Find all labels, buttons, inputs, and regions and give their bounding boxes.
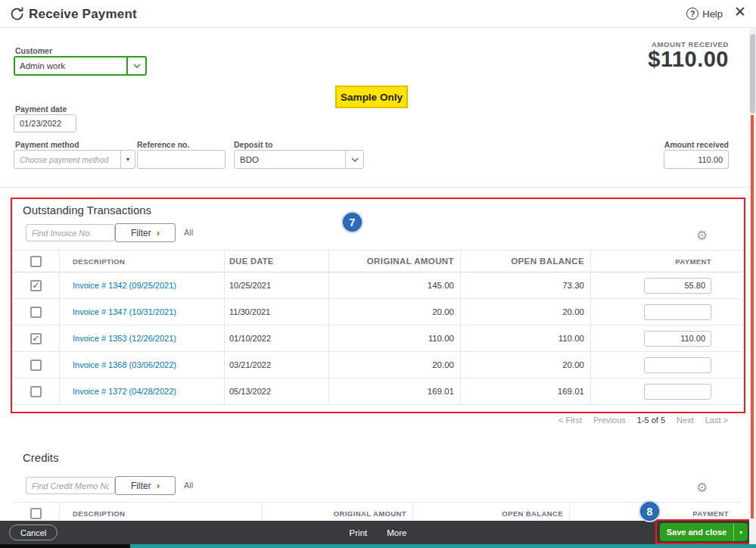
credits-select-all-checkbox[interactable]: ✓ — [30, 508, 42, 519]
payment-input[interactable] — [644, 278, 711, 294]
row-checkbox[interactable]: ✓ — [30, 360, 42, 371]
credits-filter-button[interactable]: Filter › — [115, 476, 176, 495]
help-label: Help — [702, 8, 723, 20]
credits-gear-icon[interactable]: ⚙ — [696, 481, 708, 494]
sample-only-badge: Sample Only — [335, 86, 408, 108]
row-checkbox[interactable]: ✓ — [30, 280, 42, 291]
payment-input[interactable] — [644, 331, 711, 347]
scrollbar-marker — [751, 115, 754, 518]
payment-input[interactable] — [644, 357, 711, 373]
column-original-amount: ORIGINAL AMOUNT — [328, 251, 460, 272]
table-row: ✓ Invoice # 1347 (10/31/2021) 11/30/2021… — [12, 299, 741, 325]
payment-input[interactable] — [644, 304, 711, 320]
outstanding-table: ✓ DESCRIPTION DUE DATE ORIGINAL AMOUNT O… — [12, 250, 741, 405]
customer-label: Customer — [15, 46, 52, 55]
original-amount-cell: 169.01 — [328, 378, 460, 404]
invoice-link[interactable]: Invoice # 1353 (12/26/2021) — [73, 334, 176, 343]
column-due-date: DUE DATE — [224, 251, 328, 272]
vertical-scrollbar[interactable] — [749, 28, 756, 544]
payment-method-dropdown-icon[interactable]: ▾ — [121, 150, 135, 169]
open-balance-cell: 20.00 — [460, 299, 590, 325]
pagination-first[interactable]: < First — [558, 416, 582, 425]
bottom-edge-dark — [0, 544, 130, 548]
save-and-close-button[interactable]: Save and close ▾ — [660, 523, 748, 541]
row-checkbox[interactable]: ✓ — [30, 307, 42, 318]
pagination-last[interactable]: Last > — [705, 416, 728, 425]
pagination-range: 1-5 of 5 — [637, 416, 665, 425]
pagination: < First Previous 1-5 of 5 Next Last > — [558, 416, 728, 425]
original-amount-cell: 20.00 — [328, 299, 460, 325]
original-amount-cell: 145.00 — [328, 272, 460, 298]
pagination-next[interactable]: Next — [677, 416, 694, 425]
payment-date-input[interactable] — [14, 114, 76, 132]
section-divider — [0, 187, 756, 188]
cancel-button[interactable]: Cancel — [9, 525, 58, 540]
print-button[interactable]: Print — [350, 528, 368, 537]
table-row: ✓ Invoice # 1372 (04/28/2022) 05/13/2022… — [12, 378, 741, 405]
deposit-to-select[interactable]: BDO — [234, 150, 364, 169]
payment-date-label: Payment date — [15, 104, 67, 114]
deposit-to-label: Deposit to — [234, 140, 272, 149]
invoice-link[interactable]: Invoice # 1342 (09/25/2021) — [73, 281, 176, 290]
footer-bar: Cancel Print More — [0, 521, 756, 544]
outstanding-gear-icon[interactable]: ⚙ — [696, 229, 708, 242]
select-all-checkbox[interactable]: ✓ — [30, 256, 42, 267]
filter-label: Filter — [131, 481, 151, 491]
help-icon: ? — [686, 8, 698, 20]
payment-input[interactable] — [644, 384, 711, 400]
deposit-to-value: BDO — [235, 151, 345, 168]
due-date-cell: 05/13/2022 — [224, 378, 328, 404]
due-date-cell: 10/25/2021 — [224, 272, 328, 298]
header-bar: Receive Payment ? Help ✕ — [0, 0, 756, 28]
row-checkbox[interactable]: ✓ — [30, 333, 42, 344]
original-amount-cell: 20.00 — [328, 352, 460, 378]
invoice-link[interactable]: Invoice # 1372 (04/28/2022) — [73, 387, 176, 396]
column-open-balance: OPEN BALANCE — [460, 251, 590, 272]
payment-method-combobox[interactable]: Choose payment method ▾ — [14, 150, 135, 169]
page-title: Receive Payment — [29, 7, 137, 22]
open-balance-cell: 110.00 — [460, 325, 590, 351]
close-icon[interactable]: ✕ — [734, 5, 746, 19]
due-date-cell: 03/21/2022 — [224, 352, 328, 378]
check-icon: ✓ — [32, 281, 39, 290]
save-dropdown-icon[interactable]: ▾ — [733, 523, 748, 541]
column-payment: PAYMENT — [590, 251, 741, 272]
credits-title: Credits — [23, 451, 59, 464]
filter-chevron-icon: › — [157, 228, 160, 238]
payment-method-label: Payment method — [15, 140, 79, 149]
open-balance-cell: 73.30 — [460, 272, 590, 298]
open-balance-cell: 20.00 — [460, 352, 590, 378]
outstanding-transactions-title: Outstanding Transactions — [23, 204, 151, 216]
row-checkbox[interactable]: ✓ — [30, 386, 42, 397]
annotation-step-7: 7 — [343, 213, 362, 232]
table-row: ✓ Invoice # 1353 (12/26/2021) 01/10/2022… — [12, 325, 741, 352]
payment-method-placeholder[interactable]: Choose payment method — [14, 150, 121, 169]
customer-dropdown-icon[interactable] — [126, 58, 145, 74]
invoice-link[interactable]: Invoice # 1347 (10/31/2021) — [73, 307, 176, 316]
due-date-cell: 01/10/2022 — [224, 325, 328, 351]
open-balance-cell: 169.01 — [460, 378, 590, 404]
customer-input[interactable] — [15, 58, 126, 74]
check-icon: ✓ — [32, 334, 39, 343]
outstanding-filter-button[interactable]: Filter › — [115, 223, 176, 242]
deposit-to-dropdown-icon[interactable] — [345, 151, 363, 168]
original-amount-cell: 110.00 — [328, 325, 460, 351]
find-invoice-input[interactable] — [26, 224, 115, 241]
outstanding-filter-status: All — [184, 228, 193, 237]
scrollbar-thumb[interactable] — [750, 34, 755, 114]
filter-label: Filter — [131, 228, 151, 238]
table-row: ✓ Invoice # 1342 (09/25/2021) 10/25/2021… — [12, 272, 741, 299]
find-credit-memo-input[interactable] — [26, 477, 115, 494]
help-button[interactable]: ? Help — [686, 8, 723, 20]
footer-center-actions: Print More — [350, 521, 407, 544]
amount-received-total: $110.00 — [648, 47, 729, 72]
column-description: DESCRIPTION — [59, 251, 224, 272]
customer-combobox[interactable] — [14, 56, 147, 76]
pagination-previous[interactable]: Previous — [593, 416, 626, 425]
reference-no-input[interactable] — [137, 150, 226, 169]
more-button[interactable]: More — [387, 528, 406, 537]
save-and-close-label: Save and close — [660, 523, 733, 541]
amount-received-input[interactable] — [664, 150, 729, 169]
bottom-edge-teal — [130, 544, 756, 548]
invoice-link[interactable]: Invoice # 1368 (03/06/2022) — [73, 360, 176, 369]
